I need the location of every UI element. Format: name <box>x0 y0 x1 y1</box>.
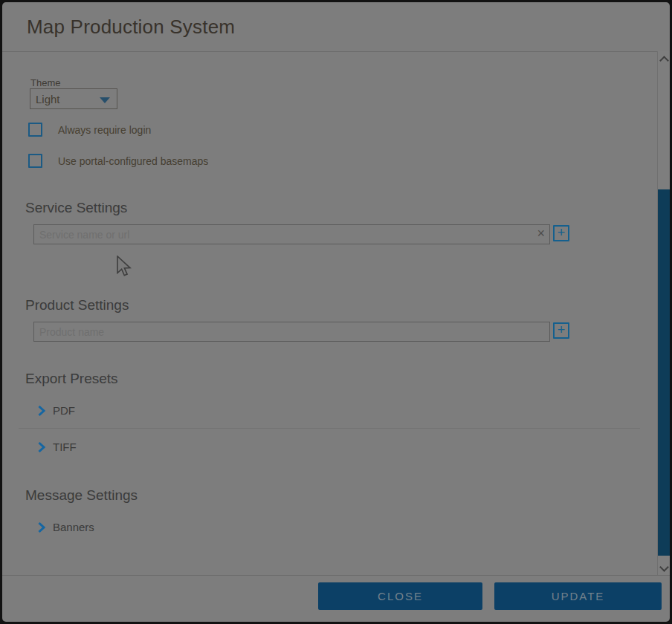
chevron-down-icon <box>100 97 110 103</box>
message-setting-label: Banners <box>53 521 94 533</box>
close-button[interactable]: CLOSE <box>318 582 482 610</box>
service-name-input[interactable] <box>33 224 550 244</box>
scroll-up-icon[interactable] <box>658 53 670 65</box>
scrollbar-track[interactable] <box>657 51 670 576</box>
add-icon: + <box>558 225 566 240</box>
scrollbar-thumb[interactable] <box>658 189 670 556</box>
export-preset-label: PDF <box>53 404 75 417</box>
service-settings-heading: Service Settings <box>25 200 127 216</box>
theme-select[interactable]: Light <box>30 88 117 109</box>
chevron-right-icon <box>37 521 46 533</box>
chevron-right-icon <box>37 405 46 417</box>
map-production-system-dialog: Map Production System Theme Light Always… <box>2 2 670 622</box>
checkbox-portal-basemaps[interactable] <box>28 154 42 168</box>
product-input-wrap <box>33 322 550 342</box>
dialog-header: Map Production System <box>2 2 670 52</box>
product-name-input[interactable] <box>33 322 550 342</box>
checkbox-always-require-login[interactable] <box>28 123 42 137</box>
scroll-down-icon[interactable] <box>658 562 670 574</box>
product-settings-heading: Product Settings <box>25 297 129 313</box>
checkbox-label: Always require login <box>58 124 151 136</box>
dialog-title: Map Production System <box>27 16 235 39</box>
add-service-button[interactable]: + <box>553 225 569 241</box>
theme-label: Theme <box>30 77 60 88</box>
add-product-button[interactable]: + <box>553 322 569 339</box>
checkbox-label: Use portal-configured basemaps <box>58 155 208 167</box>
export-presets-heading: Export Presets <box>25 371 118 387</box>
update-button[interactable]: UPDATE <box>494 582 662 610</box>
export-preset-label: TIFF <box>53 441 77 453</box>
message-settings-heading: Message Settings <box>25 487 138 504</box>
add-icon: + <box>558 322 566 337</box>
clear-icon[interactable]: × <box>537 227 545 241</box>
divider <box>19 428 640 429</box>
theme-select-value: Light <box>36 93 60 105</box>
mouse-cursor <box>116 256 132 278</box>
dialog-footer: CLOSE UPDATE <box>2 575 670 622</box>
chevron-right-icon <box>37 441 46 453</box>
service-input-wrap: × <box>33 224 550 244</box>
